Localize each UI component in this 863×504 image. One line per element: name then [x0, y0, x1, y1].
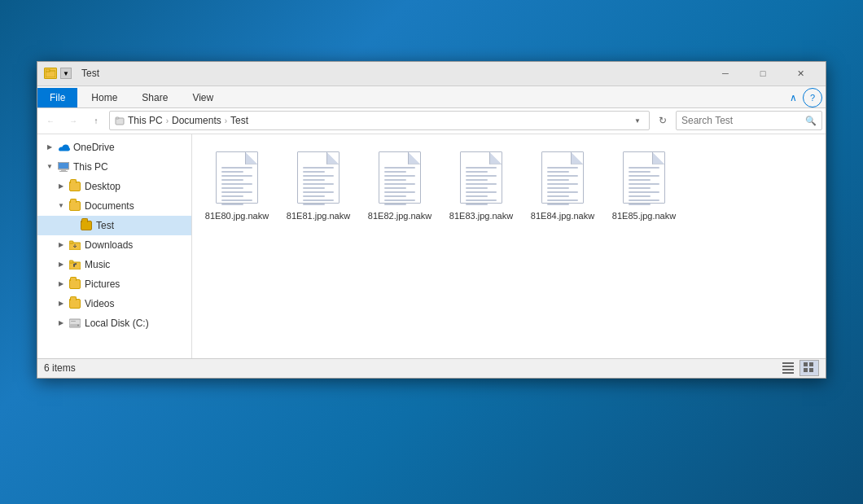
title-bar: ▼ Test ─ □ ✕: [37, 62, 826, 86]
window-controls: ─ □ ✕: [707, 61, 819, 85]
toggle-downloads[interactable]: ▶: [55, 239, 67, 251]
doc-lines: [466, 167, 497, 205]
breadcrumb-documents[interactable]: Documents: [172, 115, 221, 126]
test-label: Test: [96, 220, 114, 231]
window-title: Test: [78, 68, 707, 79]
toggle-onedrive[interactable]: ▶: [44, 142, 55, 153]
maximize-button[interactable]: □: [744, 61, 782, 85]
up-button[interactable]: ↑: [86, 111, 106, 130]
breadcrumb-test[interactable]: Test: [230, 115, 248, 126]
document-icon: [379, 151, 421, 204]
sidebar-item-videos[interactable]: ▶ Videos: [37, 294, 191, 313]
large-icons-view-button[interactable]: [799, 360, 819, 376]
svg-rect-1: [46, 69, 50, 72]
sidebar-item-test[interactable]: ▶ Test: [37, 216, 191, 235]
toggle-videos[interactable]: ▶: [55, 298, 67, 309]
breadcrumb-dropdown-icon[interactable]: ▼: [631, 114, 644, 127]
this-pc-label: This PC: [73, 161, 108, 173]
sidebar-item-local-disk[interactable]: ▶ Local Disk (C:): [37, 313, 191, 333]
ribbon: File Home Share View ∧ ?: [37, 86, 826, 108]
svg-rect-22: [804, 368, 808, 372]
tab-view[interactable]: View: [180, 88, 226, 107]
svg-rect-18: [782, 369, 794, 370]
svg-rect-5: [59, 163, 68, 169]
file-item[interactable]: 81E80.jpg.nakw: [200, 142, 274, 227]
search-icon[interactable]: 🔍: [805, 116, 817, 126]
tab-home[interactable]: Home: [79, 88, 129, 107]
videos-label: Videos: [85, 298, 114, 309]
local-disk-label: Local Disk (C:): [85, 318, 149, 329]
toggle-this-pc[interactable]: ▼: [44, 161, 55, 173]
breadcrumb-this-pc[interactable]: This PC: [128, 115, 163, 126]
music-label: Music: [85, 259, 110, 270]
title-bar-icons: ▼: [44, 68, 72, 79]
file-item[interactable]: 81E81.jpg.nakw: [282, 142, 355, 227]
toggle-local-disk[interactable]: ▶: [55, 318, 67, 329]
sidebar-item-onedrive[interactable]: ▶ OneDrive: [37, 138, 191, 157]
sidebar-item-music[interactable]: ▶ Music: [37, 255, 191, 274]
item-count: 6 items: [44, 362, 778, 374]
onedrive-label: OneDrive: [73, 142, 115, 153]
ribbon-expand-icon[interactable]: ∧: [783, 88, 803, 107]
file-name: 81E85.jpg.nakw: [612, 210, 676, 221]
videos-folder-icon: [68, 297, 81, 310]
downloads-folder-icon: [68, 239, 81, 252]
downloads-label: Downloads: [85, 239, 133, 251]
close-button[interactable]: ✕: [782, 61, 819, 85]
doc-lines: [384, 167, 415, 205]
svg-rect-16: [782, 362, 794, 364]
sidebar-item-this-pc[interactable]: ▼ This PC: [37, 157, 191, 177]
file-icon-container: [537, 148, 589, 207]
file-item[interactable]: 81E82.jpg.nakw: [363, 142, 436, 227]
file-item[interactable]: 81E85.jpg.nakw: [607, 142, 681, 227]
breadcrumb-sep-2: ›: [225, 116, 227, 125]
test-folder-icon: [80, 219, 93, 232]
search-bar: 🔍: [676, 111, 822, 130]
document-icon: [297, 151, 340, 204]
toggle-documents[interactable]: ▼: [55, 200, 67, 212]
help-icon[interactable]: ?: [803, 88, 822, 107]
toggle-desktop[interactable]: ▶: [55, 181, 67, 192]
details-view-button[interactable]: [778, 360, 798, 376]
sidebar: ▶ OneDrive ▼ This PC: [37, 134, 192, 358]
forward-button[interactable]: →: [64, 111, 83, 130]
file-item[interactable]: 81E84.jpg.nakw: [526, 142, 599, 227]
ribbon-tabs: File Home Share View ∧ ?: [37, 86, 826, 107]
pictures-folder-icon: [68, 278, 81, 291]
address-bar: ← → ↑ This PC › Documents › Test ▼ ↻ 🔍: [37, 108, 826, 134]
sidebar-item-documents[interactable]: ▼ Documents: [37, 196, 191, 216]
disk-icon: [68, 317, 81, 330]
tab-share[interactable]: Share: [129, 88, 180, 107]
svg-rect-6: [61, 169, 66, 171]
pc-icon: [57, 160, 70, 173]
file-name: 81E82.jpg.nakw: [368, 210, 432, 221]
file-icon-container: [211, 148, 263, 207]
music-folder-icon: [68, 258, 81, 271]
pictures-label: Pictures: [85, 278, 120, 290]
document-icon: [623, 151, 665, 204]
search-input[interactable]: [681, 115, 805, 126]
svg-rect-15: [71, 321, 76, 322]
documents-folder-icon: [68, 199, 81, 213]
minimize-button[interactable]: ─: [707, 61, 744, 85]
svg-rect-19: [782, 372, 794, 374]
back-button[interactable]: ←: [41, 111, 60, 130]
tab-file[interactable]: File: [37, 88, 77, 107]
file-item[interactable]: 81E83.jpg.nakw: [445, 142, 518, 227]
file-grid: 81E80.jpg.nakw 81E81.jpg.nakw 81E82.jpg.…: [200, 142, 817, 227]
toggle-music[interactable]: ▶: [55, 259, 67, 270]
sidebar-item-downloads[interactable]: ▶ Downloads: [37, 235, 191, 255]
sidebar-item-desktop[interactable]: ▶ Desktop: [37, 177, 191, 196]
toggle-pictures[interactable]: ▶: [55, 278, 67, 290]
file-name: 81E84.jpg.nakw: [531, 210, 594, 221]
documents-label: Documents: [85, 200, 134, 212]
doc-lines: [547, 167, 578, 205]
title-quick-access[interactable]: ▼: [60, 68, 72, 79]
svg-point-14: [77, 324, 79, 326]
file-name: 81E80.jpg.nakw: [205, 210, 269, 221]
file-name: 81E83.jpg.nakw: [449, 210, 513, 221]
refresh-button[interactable]: ↻: [653, 111, 672, 130]
sidebar-item-pictures[interactable]: ▶ Pictures: [37, 274, 191, 294]
breadcrumb-bar: This PC › Documents › Test ▼: [109, 111, 650, 130]
svg-rect-7: [59, 171, 68, 172]
